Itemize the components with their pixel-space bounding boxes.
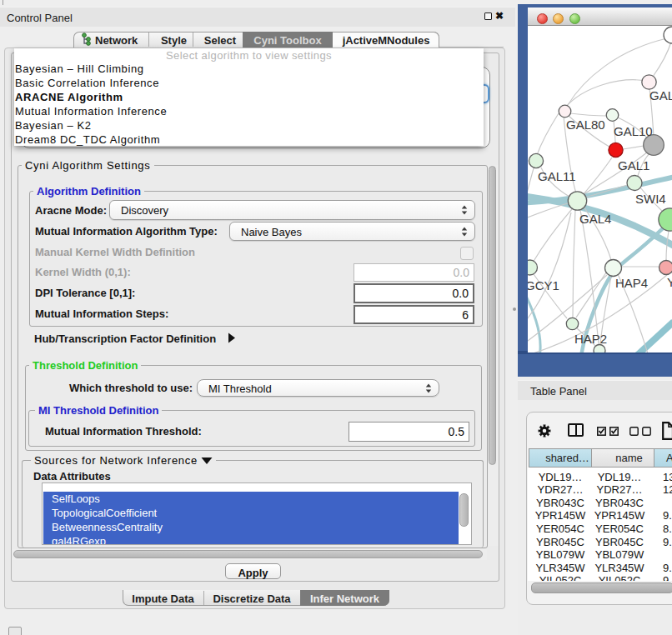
svg-text:GAL4: GAL4 bbox=[579, 212, 611, 226]
svg-text:SWI4: SWI4 bbox=[635, 192, 666, 206]
svg-text:HAP4: HAP4 bbox=[615, 276, 648, 290]
svg-text:YKL0: YKL0 bbox=[667, 275, 672, 289]
svg-text:GAL10: GAL10 bbox=[614, 124, 653, 138]
svg-text:GAL11: GAL11 bbox=[538, 169, 576, 183]
svg-text:GAL7: GAL7 bbox=[649, 88, 672, 102]
svg-text:GAL1: GAL1 bbox=[618, 158, 649, 172]
svg-text:HAP2: HAP2 bbox=[574, 332, 607, 346]
svg-text:GAL80: GAL80 bbox=[566, 118, 605, 132]
svg-text:GCY1: GCY1 bbox=[528, 278, 559, 292]
